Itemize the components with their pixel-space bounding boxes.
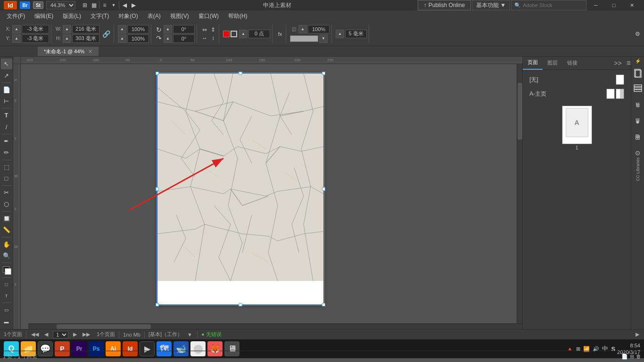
panel-menu-button[interactable]: ≡ xyxy=(627,59,631,67)
search-input[interactable] xyxy=(523,2,579,8)
panel-tab-links[interactable]: 链接 xyxy=(562,57,582,70)
minimize-button[interactable]: ─ xyxy=(587,0,604,10)
w-up-btn[interactable]: ▲ xyxy=(63,25,71,33)
tab-close-button[interactable]: ✕ xyxy=(88,49,92,55)
scale-x-input[interactable] xyxy=(127,25,149,33)
shear-input[interactable] xyxy=(173,34,195,43)
app-icon-stock[interactable]: St xyxy=(33,1,43,9)
new-page-icon[interactable]: 📄 xyxy=(621,354,628,360)
maximize-button[interactable]: □ xyxy=(605,0,622,10)
w-input[interactable] xyxy=(72,25,99,33)
stroke-panel-icon[interactable]: ≡ 描边 xyxy=(635,102,641,110)
menu-window[interactable]: 窗口(W) xyxy=(194,10,223,22)
nav-prev2-btn[interactable]: ◀ xyxy=(43,331,49,337)
nav-next2-btn[interactable]: ▶ xyxy=(72,331,78,337)
layout-icon[interactable]: ⊞ xyxy=(81,1,89,9)
h-up-btn[interactable]: ▲ xyxy=(63,34,71,43)
h-input[interactable] xyxy=(72,34,99,43)
lightning-icon[interactable]: ⚡ xyxy=(635,58,641,64)
v-scrollbar-thumb[interactable] xyxy=(518,83,522,140)
size-up-btn[interactable]: ▲ xyxy=(336,30,344,38)
nav-prev-btn[interactable]: ◀◀ xyxy=(30,331,40,337)
arrange-icon[interactable]: ≡ xyxy=(101,1,108,9)
eyedropper-tool[interactable]: 🔲 xyxy=(1,213,12,224)
rect-frame-tool[interactable]: ⬚ xyxy=(1,162,12,173)
flip2-icon[interactable]: ↔ xyxy=(201,34,208,42)
direct-select-tool[interactable]: ↗ xyxy=(1,70,12,81)
flip3-icon[interactable]: ↕ xyxy=(209,34,217,42)
chain-link-icon[interactable]: 🔗 xyxy=(102,30,110,38)
a-master-item[interactable]: A-主页 xyxy=(526,87,628,101)
menu-table[interactable]: 表(A) xyxy=(143,10,165,22)
scale-x-up-btn[interactable]: ▲ xyxy=(118,25,126,33)
scale-y-input[interactable] xyxy=(127,34,149,43)
stroke-input[interactable] xyxy=(248,30,270,38)
status-scroll-right[interactable]: ▶ xyxy=(635,331,640,337)
page-1-thumbnail[interactable]: A xyxy=(562,106,592,144)
view-mode-btn[interactable]: ▬ xyxy=(1,316,12,327)
app-icon-bridge[interactable]: Br xyxy=(20,1,30,9)
panel-tab-layers[interactable]: 图层 xyxy=(543,57,562,70)
rotate-up-btn[interactable]: ▲ xyxy=(164,25,172,33)
swatches-panel-icon[interactable]: ⊞ 色板 xyxy=(635,134,641,142)
close-button[interactable]: ✕ xyxy=(623,0,640,10)
panel-tab-pages[interactable]: 页面 xyxy=(523,57,543,70)
fx-icon[interactable]: fx xyxy=(276,30,284,38)
cc-libraries-icon[interactable]: ⊙ CC Libraries xyxy=(635,149,640,181)
pen-tool[interactable]: ✒ xyxy=(1,136,12,147)
text-tool[interactable]: T xyxy=(1,110,12,121)
nav-right-icon[interactable]: ▶ xyxy=(130,1,137,9)
shear-icon[interactable]: ↷ xyxy=(155,34,163,42)
menu-object[interactable]: 对象(O) xyxy=(114,10,142,22)
canvas-area[interactable] xyxy=(21,64,522,329)
scale-y-up-btn[interactable]: ▲ xyxy=(118,34,126,43)
new-master-icon[interactable]: ⊞ xyxy=(630,354,634,360)
zoom-tool[interactable]: 🔍 xyxy=(1,250,12,261)
pages-icon[interactable] xyxy=(633,68,643,78)
fill-color-swatch[interactable] xyxy=(223,31,230,37)
scissors-tool[interactable]: ✂ xyxy=(1,187,12,198)
flip-v-icon[interactable]: ⇕ xyxy=(209,26,217,33)
h-scrollbar-thumb[interactable] xyxy=(57,324,151,329)
stroke-color-swatch[interactable] xyxy=(231,31,237,37)
color-dropdown-btn[interactable]: ▼ xyxy=(319,34,328,43)
menu-view[interactable]: 视图(V) xyxy=(165,10,194,22)
x-input[interactable] xyxy=(22,25,49,33)
flip-h-icon[interactable]: ⇔ xyxy=(201,26,208,33)
y-input[interactable] xyxy=(22,34,49,43)
menu-file[interactable]: 文件(F) xyxy=(2,10,30,22)
frame-mode-btn[interactable]: ▭ xyxy=(1,304,12,315)
normal-mode-btn[interactable]: □ xyxy=(1,279,12,290)
layers-icon[interactable] xyxy=(633,82,643,93)
free-transform-tool[interactable]: ⬡ xyxy=(1,199,12,210)
panel-more-button[interactable]: >> xyxy=(611,59,624,67)
hand-tool[interactable]: ✋ xyxy=(1,239,12,250)
opacity-input[interactable] xyxy=(308,25,330,33)
menu-layout[interactable]: 版面(L) xyxy=(58,10,86,22)
toolbar-settings-icon[interactable]: ⚙ xyxy=(634,30,641,38)
page-tool[interactable]: 📄 xyxy=(1,84,12,95)
prefix-dropdown-btn[interactable]: ▼ xyxy=(186,332,193,337)
menu-help[interactable]: 帮助(H) xyxy=(223,10,252,22)
document-tab[interactable]: *未命名-1 @ 44% ✕ xyxy=(38,47,99,56)
nav-next-btn[interactable]: ▶▶ xyxy=(82,331,91,337)
stroke-up-btn[interactable]: ▲ xyxy=(239,30,248,38)
v-scrollbar[interactable] xyxy=(517,64,522,323)
menu-edit[interactable]: 编辑(E) xyxy=(30,10,58,22)
search-box[interactable]: 🔍 xyxy=(511,0,586,10)
workspace-button[interactable]: 基本功能 ▼ xyxy=(472,0,510,10)
pencil-tool[interactable]: ✏ xyxy=(1,147,12,158)
nav-left-icon[interactable]: ◀ xyxy=(121,1,128,9)
rotate-input[interactable] xyxy=(173,25,195,33)
color-panel-icon[interactable]: ● 颜色 xyxy=(635,118,641,126)
rotate-icon[interactable]: ↻ xyxy=(155,26,163,33)
page-select[interactable]: 1 xyxy=(53,331,68,338)
gap-tool[interactable]: ⊢ xyxy=(1,96,12,107)
delete-page-icon[interactable]: 🗑 xyxy=(636,354,641,360)
text-frame-btn[interactable]: T xyxy=(1,290,12,301)
color-selector[interactable] xyxy=(1,264,12,275)
publish-online-button[interactable]: ↑ Publish Online xyxy=(418,0,471,10)
y-up-btn[interactable]: ▲ xyxy=(12,34,21,43)
zoom-select[interactable]: 44.3% xyxy=(46,1,75,9)
select-tool[interactable]: ↖ xyxy=(1,58,12,69)
